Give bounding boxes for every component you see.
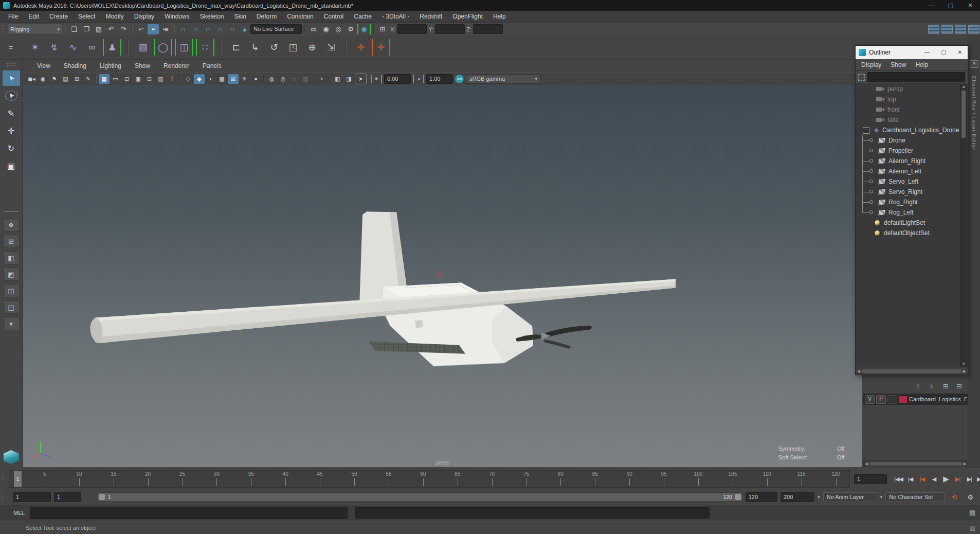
persp-outliner-layout-button[interactable]: ◧ (3, 251, 20, 264)
menu-windows[interactable]: Windows (159, 11, 195, 22)
bookmark-icon[interactable]: ⚑ (49, 74, 60, 84)
orient-constraint-icon[interactable]: ↺ (266, 39, 282, 56)
persp-graph-layout-button[interactable]: ◩ (3, 268, 20, 281)
layer-playback-toggle[interactable]: P (876, 395, 886, 404)
ipr-render-icon[interactable]: ◎ (333, 24, 344, 34)
drag-grip[interactable] (6, 63, 16, 67)
go-to-start-button[interactable]: |◀◀ (893, 474, 904, 484)
chevron-down-icon[interactable]: ▾ (880, 494, 883, 500)
outliner-item-servo_right[interactable]: Servo_Right (856, 187, 968, 197)
viewport-canvas[interactable]: Symmetry:Off Soft Select:Off persp (23, 85, 862, 467)
menu-help[interactable]: Help (488, 11, 511, 22)
scrollbar-thumb[interactable] (961, 91, 966, 138)
scroll-up-icon[interactable]: ▲ (960, 84, 967, 89)
menu-skin[interactable]: Skin (229, 11, 251, 22)
flat-shade-icon[interactable]: ◖ (205, 74, 216, 84)
select-tool[interactable]: ➤ (3, 70, 20, 86)
expand-collapse-toggle[interactable]: − (863, 127, 869, 134)
color-management-toggle[interactable]: ON (455, 75, 464, 83)
outliner-item-defaultobjectset[interactable]: defaultObjectSet (856, 228, 968, 238)
menu-cache[interactable]: Cache (349, 11, 377, 22)
outliner-item-propeller[interactable]: Propeller (856, 146, 968, 156)
play-forwards-button[interactable]: ▶ (940, 474, 951, 484)
move-layer-down-icon[interactable]: ⇩ (928, 383, 936, 390)
drag-grip[interactable] (2, 25, 5, 34)
create-layer-from-selected-icon[interactable]: ⊟ (955, 383, 964, 390)
command-line-input[interactable] (30, 507, 348, 519)
range-start-handle[interactable] (99, 494, 105, 500)
ik-handle-icon[interactable]: ↯ (46, 39, 62, 56)
multisample-icon[interactable]: ◌ (289, 74, 300, 84)
contrast-value[interactable]: 1.00 (426, 74, 453, 84)
scroll-left-icon[interactable]: ◀ (857, 369, 860, 373)
parent-constraint-icon[interactable]: ⊏ (228, 39, 244, 56)
layout-more-button[interactable]: ▾ (3, 317, 20, 330)
contrast-icon[interactable]: ◑ (413, 75, 424, 83)
menu-create[interactable]: Create (44, 11, 73, 22)
single-pane-layout-button[interactable]: ❖ (3, 218, 20, 232)
panel-menu-renderer[interactable]: Renderer (157, 60, 196, 72)
panel-close-icon[interactable]: ✕ (970, 60, 978, 68)
film-gate-icon[interactable]: ▭ (110, 74, 121, 84)
drag-grip[interactable] (2, 474, 5, 484)
step-back-key-button[interactable]: |◀ (917, 474, 928, 484)
wireframe-on-shaded-icon[interactable]: ☒ (228, 74, 239, 84)
channel-box-tab-title[interactable]: Channel Box / Layer Editor (971, 76, 976, 151)
snap-to-grid-icon[interactable]: ∩ (177, 24, 189, 34)
step-back-frame-button[interactable]: |◀ (905, 474, 916, 484)
outliner-menu-help[interactable]: Help (911, 59, 933, 70)
y-input[interactable] (435, 24, 465, 34)
snap-to-projected-center-icon[interactable]: ∩ (214, 24, 226, 34)
snap-to-point-icon[interactable]: ∩ (202, 24, 213, 34)
grease-pencil-icon[interactable]: ✎ (83, 74, 94, 84)
snap-to-view-plane-icon[interactable]: ∩ (227, 24, 238, 34)
outliner-item-servo_left[interactable]: Servo_Left (856, 176, 968, 187)
scrollbar-thumb[interactable] (869, 462, 962, 466)
scroll-right-icon[interactable]: ▶ (964, 461, 967, 466)
outliner-item-side[interactable]: side (856, 115, 968, 125)
outliner-title-bar[interactable]: Outliner — ▢ ✕ (856, 46, 968, 59)
modeling-toolkit-toggle-icon[interactable] (928, 25, 939, 34)
scroll-right-icon[interactable]: ▶ (963, 369, 966, 373)
persp-uv-layout-button[interactable]: ◰ (3, 300, 20, 314)
menu-deform[interactable]: Deform (251, 11, 282, 22)
outliner-minimize-button[interactable]: — (920, 46, 934, 59)
render-override-icon[interactable]: ▨ (300, 74, 311, 84)
layer-display-type-box[interactable] (887, 395, 897, 404)
safe-action-icon[interactable]: ▥ (155, 74, 166, 84)
geodesic-voxel-bind-icon[interactable]: ◫ (175, 39, 193, 56)
channel-box-toggle-icon[interactable] (968, 25, 979, 34)
pole-vector-constraint-icon[interactable]: ⊕ (304, 39, 320, 56)
character-set-selector[interactable]: No Character Set (885, 492, 945, 502)
menu-edit[interactable]: Edit (23, 11, 44, 22)
panel-menu-show[interactable]: Show (128, 60, 157, 72)
close-button[interactable]: ✕ (960, 0, 980, 11)
lasso-tool[interactable]: ➤ (3, 88, 20, 103)
minimize-button[interactable]: — (921, 0, 941, 11)
outliner-item-cardboard_logistics_drone[interactable]: −✳Cardboard_Logistics_Drone (856, 125, 968, 135)
safe-title-icon[interactable]: T (167, 74, 177, 84)
select-by-hierarchy-icon[interactable]: ▸▱ (135, 24, 147, 34)
move-tool[interactable]: ✛ (3, 123, 20, 138)
x-input[interactable] (397, 24, 427, 34)
menu-display[interactable]: Display (129, 11, 159, 22)
2d-pan-zoom-icon[interactable]: ⊞ (71, 74, 82, 84)
outliner-vscrollbar[interactable]: ▲ ▼ (960, 84, 967, 367)
selection-highlight-icon[interactable]: ➤ (355, 74, 367, 84)
outliner-close-button[interactable]: ✕ (953, 46, 967, 59)
outliner-item-rog_left[interactable]: Rog_Left (856, 207, 968, 218)
wireframe-icon[interactable]: ◇ (183, 74, 193, 84)
menu-constrain[interactable]: Constrain (282, 11, 318, 22)
scrollbar-thumb[interactable] (862, 369, 961, 373)
menu-redshift[interactable]: Redshift (414, 11, 447, 22)
four-pane-layout-button[interactable]: ⊞ (3, 235, 20, 248)
undo-icon[interactable]: ↶ (105, 24, 117, 34)
scale-tool[interactable]: ▣ (3, 158, 20, 173)
exposure-icon[interactable]: ✴ (371, 75, 382, 83)
attribute-editor-toggle-icon[interactable] (941, 25, 953, 34)
playback-start-field[interactable]: 1 (54, 492, 81, 502)
color-transform-dropdown[interactable]: sRGB gamma ▾ (466, 74, 541, 84)
scroll-down-icon[interactable]: ▼ (960, 362, 967, 366)
move-layer-up-icon[interactable]: ⇧ (914, 383, 922, 390)
control-curve-icon[interactable]: ✛ (353, 39, 369, 56)
